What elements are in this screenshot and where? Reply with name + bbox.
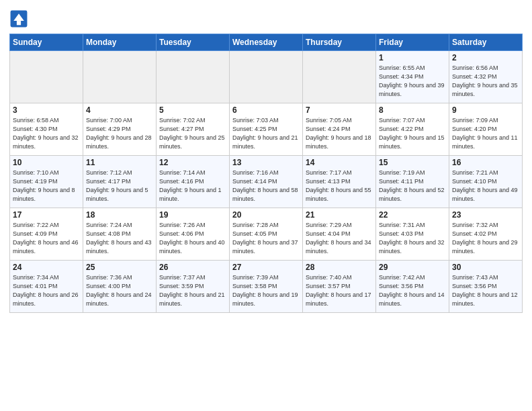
day-info: Sunrise: 7:28 AM Sunset: 4:05 PM Dayligh… [232,221,300,256]
calendar-cell: 30Sunrise: 7:43 AM Sunset: 3:56 PM Dayli… [449,261,523,313]
day-number: 15 [379,158,446,167]
day-info: Sunrise: 7:40 AM Sunset: 3:57 PM Dayligh… [306,273,373,308]
calendar-cell: 17Sunrise: 7:22 AM Sunset: 4:09 PM Dayli… [10,208,83,261]
calendar-cell: 22Sunrise: 7:31 AM Sunset: 4:03 PM Dayli… [376,208,449,261]
calendar-cell: 3Sunrise: 6:58 AM Sunset: 4:30 PM Daylig… [10,103,83,156]
column-header-tuesday: Tuesday [157,34,230,51]
calendar-cell: 18Sunrise: 7:24 AM Sunset: 4:08 PM Dayli… [83,208,157,261]
day-info: Sunrise: 7:19 AM Sunset: 4:11 PM Dayligh… [379,169,446,203]
day-number: 5 [159,105,226,115]
day-number: 29 [379,263,446,272]
calendar-cell: 29Sunrise: 7:42 AM Sunset: 3:56 PM Dayli… [376,261,449,313]
column-header-thursday: Thursday [303,34,376,51]
calendar-cell: 1Sunrise: 6:55 AM Sunset: 4:34 PM Daylig… [376,51,449,103]
day-number: 14 [306,158,373,167]
day-info: Sunrise: 7:24 AM Sunset: 4:08 PM Dayligh… [86,221,153,256]
calendar-cell: 13Sunrise: 7:16 AM Sunset: 4:14 PM Dayli… [230,156,303,208]
calendar-cell: 26Sunrise: 7:37 AM Sunset: 3:59 PM Dayli… [157,261,230,313]
day-number: 30 [452,263,519,272]
calendar-week-row: 1Sunrise: 6:55 AM Sunset: 4:34 PM Daylig… [10,51,523,103]
calendar-cell [303,51,376,103]
page-header [9,7,523,28]
calendar-cell [83,51,157,103]
calendar-cell: 12Sunrise: 7:14 AM Sunset: 4:16 PM Dayli… [157,156,230,208]
day-info: Sunrise: 7:05 AM Sunset: 4:24 PM Dayligh… [306,116,373,151]
day-number: 4 [86,105,153,115]
calendar-cell: 11Sunrise: 7:12 AM Sunset: 4:17 PM Dayli… [83,156,157,208]
column-header-monday: Monday [83,34,157,51]
day-number: 1 [379,53,446,62]
day-number: 6 [232,105,300,115]
day-info: Sunrise: 7:03 AM Sunset: 4:25 PM Dayligh… [232,116,300,151]
day-number: 11 [86,158,153,167]
day-number: 2 [452,53,519,62]
day-number: 21 [306,210,373,220]
day-info: Sunrise: 7:14 AM Sunset: 4:16 PM Dayligh… [159,169,226,203]
day-number: 26 [159,263,226,272]
calendar-cell: 21Sunrise: 7:29 AM Sunset: 4:04 PM Dayli… [303,208,376,261]
calendar-cell: 4Sunrise: 7:00 AM Sunset: 4:29 PM Daylig… [83,103,157,156]
column-header-saturday: Saturday [449,34,523,51]
day-info: Sunrise: 7:07 AM Sunset: 4:22 PM Dayligh… [379,116,446,151]
day-number: 20 [232,210,300,220]
calendar-cell: 2Sunrise: 6:56 AM Sunset: 4:32 PM Daylig… [449,51,523,103]
day-number: 18 [86,210,153,220]
calendar-cell: 24Sunrise: 7:34 AM Sunset: 4:01 PM Dayli… [10,261,83,313]
calendar-cell: 6Sunrise: 7:03 AM Sunset: 4:25 PM Daylig… [230,103,303,156]
day-info: Sunrise: 7:29 AM Sunset: 4:04 PM Dayligh… [306,221,373,256]
column-header-sunday: Sunday [10,34,83,51]
day-info: Sunrise: 7:21 AM Sunset: 4:10 PM Dayligh… [452,169,519,203]
day-info: Sunrise: 6:55 AM Sunset: 4:34 PM Dayligh… [379,64,446,99]
day-number: 23 [452,210,519,220]
calendar-cell: 8Sunrise: 7:07 AM Sunset: 4:22 PM Daylig… [376,103,449,156]
calendar-cell: 5Sunrise: 7:02 AM Sunset: 4:27 PM Daylig… [157,103,230,156]
page-container: SundayMondayTuesdayWednesdayThursdayFrid… [0,0,532,318]
calendar-cell [157,51,230,103]
day-info: Sunrise: 7:22 AM Sunset: 4:09 PM Dayligh… [13,221,80,256]
day-info: Sunrise: 7:43 AM Sunset: 3:56 PM Dayligh… [452,273,519,308]
logo [9,9,30,28]
day-number: 8 [379,105,446,115]
day-info: Sunrise: 7:00 AM Sunset: 4:29 PM Dayligh… [86,116,153,151]
day-info: Sunrise: 7:16 AM Sunset: 4:14 PM Dayligh… [232,169,300,203]
day-number: 28 [306,263,373,272]
calendar-cell [230,51,303,103]
calendar-cell: 9Sunrise: 7:09 AM Sunset: 4:20 PM Daylig… [449,103,523,156]
day-info: Sunrise: 7:02 AM Sunset: 4:27 PM Dayligh… [159,116,226,151]
day-info: Sunrise: 7:12 AM Sunset: 4:17 PM Dayligh… [86,169,153,203]
day-info: Sunrise: 7:26 AM Sunset: 4:06 PM Dayligh… [159,221,226,256]
day-info: Sunrise: 6:58 AM Sunset: 4:30 PM Dayligh… [13,116,80,151]
calendar-cell: 16Sunrise: 7:21 AM Sunset: 4:10 PM Dayli… [449,156,523,208]
day-number: 24 [13,263,80,272]
calendar-cell: 23Sunrise: 7:32 AM Sunset: 4:02 PM Dayli… [449,208,523,261]
calendar-week-row: 24Sunrise: 7:34 AM Sunset: 4:01 PM Dayli… [10,261,523,313]
day-number: 16 [452,158,519,167]
day-info: Sunrise: 7:32 AM Sunset: 4:02 PM Dayligh… [452,221,519,256]
day-info: Sunrise: 7:17 AM Sunset: 4:13 PM Dayligh… [306,169,373,203]
day-number: 27 [232,263,300,272]
calendar-cell: 20Sunrise: 7:28 AM Sunset: 4:05 PM Dayli… [230,208,303,261]
calendar-table: SundayMondayTuesdayWednesdayThursdayFrid… [9,34,523,313]
day-number: 25 [86,263,153,272]
day-number: 13 [232,158,300,167]
day-info: Sunrise: 7:42 AM Sunset: 3:56 PM Dayligh… [379,273,446,308]
calendar-cell: 10Sunrise: 7:10 AM Sunset: 4:19 PM Dayli… [10,156,83,208]
day-number: 10 [13,158,80,167]
day-info: Sunrise: 7:39 AM Sunset: 3:58 PM Dayligh… [232,273,300,308]
calendar-week-row: 3Sunrise: 6:58 AM Sunset: 4:30 PM Daylig… [10,103,523,156]
calendar-cell: 28Sunrise: 7:40 AM Sunset: 3:57 PM Dayli… [303,261,376,313]
calendar-week-row: 17Sunrise: 7:22 AM Sunset: 4:09 PM Dayli… [10,208,523,261]
calendar-cell: 25Sunrise: 7:36 AM Sunset: 4:00 PM Dayli… [83,261,157,313]
day-number: 17 [13,210,80,220]
day-info: Sunrise: 7:10 AM Sunset: 4:19 PM Dayligh… [13,169,80,203]
svg-rect-2 [17,21,21,25]
day-number: 9 [452,105,519,115]
day-info: Sunrise: 7:37 AM Sunset: 3:59 PM Dayligh… [159,273,226,308]
calendar-cell [10,51,83,103]
day-number: 7 [306,105,373,115]
day-number: 22 [379,210,446,220]
calendar-cell: 7Sunrise: 7:05 AM Sunset: 4:24 PM Daylig… [303,103,376,156]
day-info: Sunrise: 7:31 AM Sunset: 4:03 PM Dayligh… [379,221,446,256]
day-number: 19 [159,210,226,220]
day-info: Sunrise: 7:36 AM Sunset: 4:00 PM Dayligh… [86,273,153,308]
